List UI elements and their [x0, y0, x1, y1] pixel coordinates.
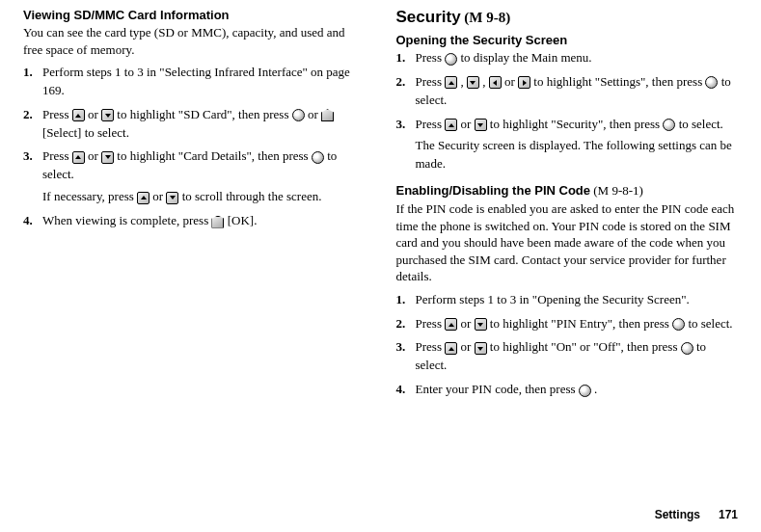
heading-pin-code-text: Enabling/Disabling the PIN Code [396, 183, 591, 198]
step-body: Press or to highlight "PIN Entry", then … [416, 315, 739, 333]
text: to select. [679, 117, 723, 131]
step-number: 4. [23, 212, 42, 230]
softkey-icon [321, 109, 334, 121]
text: to highlight "SD Card", then press [117, 107, 291, 121]
steps-viewing-card-info: 1. Perform steps 1 to 3 in "Selecting In… [23, 64, 366, 230]
intro-viewing-card-info: You can see the card type (SD or MMC), c… [23, 24, 366, 58]
down-arrow-icon [467, 76, 479, 89]
text: Press [42, 148, 72, 163]
step-number: 2. [396, 315, 416, 333]
heading-security: Security (M 9-8) [396, 8, 739, 27]
text: or [88, 148, 101, 163]
step-number: 1. [396, 291, 416, 309]
step-body: Perform steps 1 to 3 in "Opening the Sec… [416, 291, 739, 309]
step-body: Press , , or to highlight "Settings", th… [416, 73, 739, 110]
intro-pin-code: If the PIN code is enabled you are asked… [396, 200, 739, 285]
text: or [308, 107, 321, 121]
text: Press [42, 107, 72, 121]
text: Press [416, 74, 446, 89]
down-arrow-icon [475, 119, 487, 131]
step-1: 1. Press to display the Main menu. [396, 49, 739, 67]
center-key-icon [672, 318, 685, 331]
step-body: Press or to highlight "On" or "Off", the… [416, 338, 739, 375]
step-2: 2. Press or to highlight "SD Card", then… [23, 106, 366, 143]
menu-code: (M 9-8) [461, 10, 511, 25]
center-key-icon [663, 119, 675, 131]
step-3: 3. Press or to highlight "On" or "Off", … [396, 338, 739, 375]
step-1: 1. Perform steps 1 to 3 in "Selecting In… [23, 64, 366, 100]
step-2: 2. Press , , or to highlight "Settings",… [396, 73, 739, 110]
columns: Viewing SD/MMC Card Information You can … [23, 8, 738, 405]
center-key-icon [705, 76, 718, 89]
step-body: Enter your PIN code, then press . [416, 381, 739, 399]
step-extra: If necessary, press or to scroll through… [42, 188, 366, 206]
step-body: Perform steps 1 to 3 in "Selecting Infra… [42, 64, 366, 100]
text: If necessary, press [42, 189, 137, 203]
text: , [460, 74, 467, 89]
heading-opening-security: Opening the Security Screen [396, 33, 739, 47]
right-arrow-icon [518, 76, 530, 89]
down-arrow-icon [101, 151, 114, 164]
step-body: Press or to highlight "SD Card", then pr… [42, 106, 366, 143]
step-number: 3. [23, 147, 42, 206]
text: to display the Main menu. [460, 50, 591, 65]
step-4: 4. When viewing is complete, press [OK]. [23, 212, 366, 230]
softkey-icon [211, 216, 224, 228]
left-column: Viewing SD/MMC Card Information You can … [23, 8, 366, 405]
step-4: 4. Enter your PIN code, then press . [396, 381, 739, 399]
center-key-icon [312, 151, 324, 164]
step-1: 1. Perform steps 1 to 3 in "Opening the … [396, 291, 739, 309]
step-3: 3. Press or to highlight "Card Details",… [23, 147, 366, 206]
text: , [482, 74, 489, 89]
text: Press [416, 339, 446, 354]
heading-security-text: Security [396, 8, 461, 26]
left-arrow-icon [489, 76, 502, 89]
up-arrow-icon [445, 76, 457, 89]
text: Press [416, 316, 446, 331]
text: to highlight "Security", then press [490, 117, 664, 131]
step-3: 3. Press or to highlight "Security", the… [396, 116, 739, 174]
text: or [152, 189, 166, 203]
up-arrow-icon [445, 342, 457, 355]
right-column: Security (M 9-8) Opening the Security Sc… [396, 8, 739, 405]
footer-section-label: Settings [655, 508, 700, 521]
step-body: When viewing is complete, press [OK]. [42, 212, 366, 230]
center-key-icon [681, 342, 693, 355]
text: or [460, 339, 474, 354]
text: to highlight "On" or "Off", then press [490, 339, 681, 354]
up-arrow-icon [72, 151, 85, 164]
step-extra: The Security screen is displayed. The fo… [416, 137, 739, 173]
text: [OK]. [228, 213, 258, 227]
down-arrow-icon [475, 318, 487, 331]
up-arrow-icon [137, 192, 149, 204]
down-arrow-icon [101, 109, 114, 121]
text: to highlight "PIN Entry", then press [490, 316, 672, 331]
step-number: 3. [396, 338, 416, 375]
step-2: 2. Press or to highlight "PIN Entry", th… [396, 315, 739, 333]
step-number: 3. [396, 116, 416, 174]
text: to highlight "Settings", then press [533, 74, 705, 89]
text: or [460, 117, 474, 131]
step-body: Press or to highlight "Security", then p… [416, 116, 739, 174]
steps-pin-code: 1. Perform steps 1 to 3 in "Opening the … [396, 291, 739, 399]
steps-opening-security: 1. Press to display the Main menu. 2. Pr… [396, 49, 739, 173]
text: or [504, 74, 518, 89]
step-body: Press or to highlight "Card Details", th… [42, 147, 366, 206]
text: to highlight "Card Details", then press [117, 148, 312, 163]
text: Press [416, 50, 446, 65]
up-arrow-icon [72, 109, 85, 121]
step-body: Press to display the Main menu. [416, 49, 739, 67]
step-number: 2. [396, 73, 416, 110]
footer: Settings 171 [655, 508, 738, 522]
text: . [594, 382, 597, 396]
page: Viewing SD/MMC Card Information You can … [0, 0, 761, 532]
text: to scroll through the screen. [182, 189, 322, 203]
step-number: 1. [396, 49, 416, 67]
center-key-icon [445, 53, 457, 66]
text: or [88, 107, 101, 121]
up-arrow-icon [445, 318, 457, 331]
down-arrow-icon [475, 342, 487, 355]
step-number: 4. [396, 381, 416, 399]
heading-viewing-card-info: Viewing SD/MMC Card Information [23, 8, 366, 22]
text: When viewing is complete, press [42, 213, 211, 227]
